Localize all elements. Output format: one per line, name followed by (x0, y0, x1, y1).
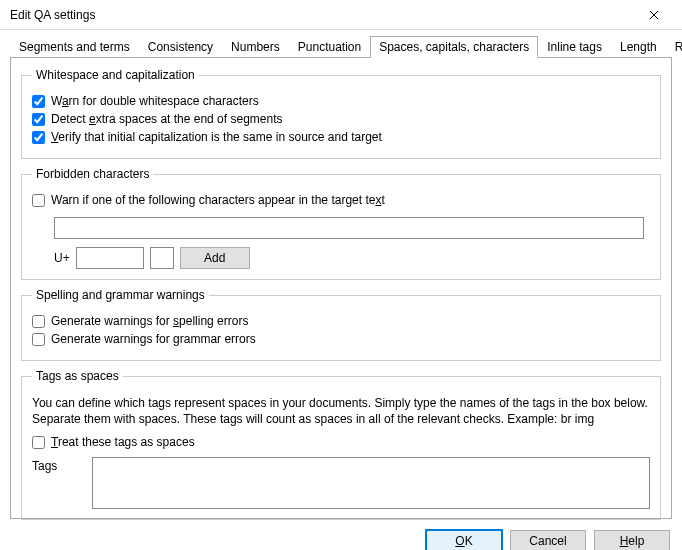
forbidden-characters-input[interactable] (54, 217, 644, 239)
chk-grammar-warnings[interactable]: Generate warnings for grammar errors (32, 332, 650, 346)
tab-spaces-capitals-characters[interactable]: Spaces, capitals, characters (370, 36, 538, 58)
uplus-label: U+ (54, 251, 70, 265)
titlebar: Edit QA settings (0, 0, 682, 30)
chk-extra-end-spaces-label: Detect extra spaces at the end of segmen… (51, 112, 282, 126)
tab-punctuation[interactable]: Punctuation (289, 36, 370, 58)
chk-forbidden-warn-input[interactable] (32, 194, 45, 207)
chk-double-whitespace-label: Warn for double whitespace characters (51, 94, 259, 108)
close-icon (649, 10, 659, 20)
help-button[interactable]: Help (594, 530, 670, 550)
tags-row: Tags (32, 457, 650, 509)
group-tags-as-spaces: Tags as spaces You can define which tags… (21, 369, 661, 520)
group-spelling-legend: Spelling and grammar warnings (32, 288, 209, 302)
close-button[interactable] (634, 1, 674, 29)
chk-verify-capitalization-label: Verify that initial capitalization is th… (51, 130, 382, 144)
tags-description: You can define which tags represent spac… (32, 395, 650, 427)
chk-double-whitespace-input[interactable] (32, 95, 45, 108)
chk-verify-capitalization-input[interactable] (32, 131, 45, 144)
chk-treat-tags-label: Treat these tags as spaces (51, 435, 195, 449)
chk-forbidden-warn[interactable]: Warn if one of the following characters … (32, 193, 650, 207)
tab-segments-terms[interactable]: Segments and terms (10, 36, 139, 58)
window-title: Edit QA settings (10, 8, 634, 22)
group-spelling: Spelling and grammar warnings Generate w… (21, 288, 661, 361)
group-whitespace: Whitespace and capitalization Warn for d… (21, 68, 661, 159)
chk-spelling-warnings-label: Generate warnings for spelling errors (51, 314, 248, 328)
unicode-char-input[interactable] (150, 247, 174, 269)
tab-inline-tags[interactable]: Inline tags (538, 36, 611, 58)
button-bar: OK Cancel Help (0, 524, 682, 550)
cancel-button[interactable]: Cancel (510, 530, 586, 550)
tab-panel: Whitespace and capitalization Warn for d… (10, 57, 672, 519)
unicode-add-row: U+ Add (54, 247, 650, 269)
chk-extra-end-spaces-input[interactable] (32, 113, 45, 126)
group-forbidden: Forbidden characters Warn if one of the … (21, 167, 661, 280)
tab-regex[interactable]: Regex (666, 36, 682, 58)
group-forbidden-legend: Forbidden characters (32, 167, 153, 181)
chk-grammar-warnings-input[interactable] (32, 333, 45, 346)
chk-grammar-warnings-label: Generate warnings for grammar errors (51, 332, 256, 346)
add-button[interactable]: Add (180, 247, 250, 269)
ok-button[interactable]: OK (426, 530, 502, 550)
chk-treat-tags-input[interactable] (32, 436, 45, 449)
group-tags-legend: Tags as spaces (32, 369, 123, 383)
chk-forbidden-warn-label: Warn if one of the following characters … (51, 193, 385, 207)
chk-extra-end-spaces[interactable]: Detect extra spaces at the end of segmen… (32, 112, 650, 126)
chk-treat-tags-as-spaces[interactable]: Treat these tags as spaces (32, 435, 650, 449)
chk-spelling-warnings-input[interactable] (32, 315, 45, 328)
tab-length[interactable]: Length (611, 36, 666, 58)
group-whitespace-legend: Whitespace and capitalization (32, 68, 199, 82)
unicode-code-input[interactable] (76, 247, 144, 269)
chk-verify-capitalization[interactable]: Verify that initial capitalization is th… (32, 130, 650, 144)
tab-consistency[interactable]: Consistency (139, 36, 222, 58)
tab-strip: Segments and terms Consistency Numbers P… (0, 30, 682, 58)
tab-numbers[interactable]: Numbers (222, 36, 289, 58)
tags-textarea[interactable] (92, 457, 650, 509)
tags-field-label: Tags (32, 457, 82, 509)
chk-double-whitespace[interactable]: Warn for double whitespace characters (32, 94, 650, 108)
chk-spelling-warnings[interactable]: Generate warnings for spelling errors (32, 314, 650, 328)
